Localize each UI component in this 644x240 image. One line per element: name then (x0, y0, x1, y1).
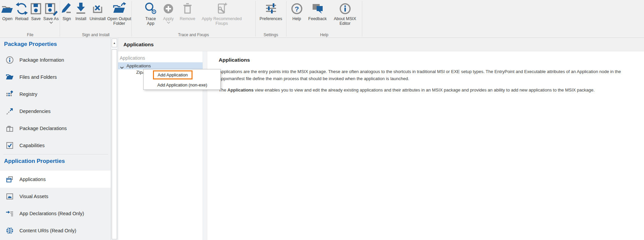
sidebar-navigation: Package Properties Package Information F… (0, 38, 111, 240)
menu-item-add-application[interactable]: Add Application (153, 70, 193, 79)
ribbon-group-label-file: File (1, 33, 60, 37)
apply-dropdown-chevron-icon[interactable] (167, 21, 170, 24)
page-title: Applications (123, 42, 154, 47)
folder-icon (6, 73, 14, 81)
registry-blocks-icon (6, 90, 14, 98)
arrow-list-icon (6, 209, 14, 218)
description-panel: Applications Applications are the entry … (207, 51, 644, 240)
about-msix-editor-button[interactable]: About MSIX Editor (331, 2, 359, 26)
sidebar-item-package-information[interactable]: Package Information (0, 51, 111, 68)
trace-app-button[interactable]: Trace App (143, 2, 159, 26)
ribbon-group-label-trace-and-fixups: Trace and Fixups (132, 33, 255, 37)
remove-button[interactable]: Remove (178, 2, 197, 26)
scroll-up-arrow-icon: ▲ (113, 42, 116, 45)
scroll-up-button[interactable]: ▲ (112, 39, 117, 47)
feedback-bubble-icon (311, 2, 325, 16)
globe-icon (6, 227, 14, 235)
install-arrow-icon (74, 2, 88, 16)
sidebar-heading-package-properties: Package Properties (4, 41, 57, 48)
msix-editor-window: Open Reload Save (0, 0, 644, 240)
ribbon-group-label-sign-and-install: Sign and Install (60, 33, 131, 37)
uninstall-icon (91, 2, 105, 16)
app-windows-icon (6, 175, 14, 183)
feedback-button[interactable]: Feedback (307, 2, 328, 26)
package-box-icon (6, 124, 14, 132)
ribbon-toolbar: Open Reload Save (0, 0, 644, 38)
fixups-document-icon (215, 2, 229, 16)
sidebar-heading-application-properties: Application Properties (4, 158, 65, 165)
save-icon (29, 2, 43, 16)
description-paragraph-1: Applications are the entry points into t… (219, 68, 632, 82)
info-circle-icon (6, 56, 14, 64)
scrollbar-thumb[interactable] (112, 49, 117, 239)
open-folder-icon (0, 2, 14, 16)
svg-text:?: ? (294, 5, 299, 13)
ribbon-group-file: Open Reload Save (1, 0, 60, 38)
apply-recommended-fixups-button[interactable]: Apply Recommended Fixups (199, 2, 245, 26)
preferences-sliders-icon (264, 2, 278, 16)
description-heading: Applications (219, 57, 644, 63)
dependencies-arrow-icon (6, 107, 14, 115)
sign-button[interactable]: Sign (60, 2, 73, 26)
sidebar-item-capabilities[interactable]: Capabilities (0, 137, 111, 154)
menu-item-add-application-non-exe[interactable]: Add Application (non-exe) (157, 82, 207, 87)
sidebar-item-content-uris[interactable]: Content URIs (Read Only) (0, 222, 111, 239)
tree-node-applications[interactable]: Applications (118, 62, 203, 69)
ribbon-group-settings: Preferences Settings (256, 0, 286, 38)
open-output-folder-button[interactable]: Open Output Folder (107, 2, 131, 26)
help-question-icon: ? (290, 2, 304, 16)
preferences-button[interactable]: Preferences (257, 2, 285, 21)
open-button[interactable]: Open (1, 2, 14, 24)
apply-button[interactable]: Apply (161, 2, 176, 26)
reload-icon (15, 2, 29, 16)
sign-pencil-icon (60, 2, 74, 16)
ribbon-group-trace-and-fixups: Trace App Apply Remove (132, 0, 255, 38)
about-info-icon (338, 2, 352, 16)
sidebar-item-applications[interactable]: Applications (0, 171, 111, 188)
description-paragraph-2: The Applications view enables you to vie… (219, 86, 632, 94)
tree-panel-label: Applications (120, 55, 145, 61)
ribbon-group-help: ? Help Feedback About MSIX Editor (286, 0, 362, 38)
chevron-down-icon[interactable] (120, 64, 124, 67)
bold-applications-word: Applications (227, 87, 254, 93)
checkbox-icon (6, 141, 14, 149)
trace-app-magnifier-icon (144, 2, 158, 16)
uninstall-button[interactable]: Uninstall (88, 2, 107, 26)
sidebar-item-registry[interactable]: Registry (0, 85, 111, 103)
sidebar-item-dependencies[interactable]: Dependencies (0, 103, 111, 120)
open-output-folder-icon (112, 2, 126, 16)
save-as-button[interactable]: Save As (42, 2, 60, 24)
ribbon-group-sign-and-install: Sign Install Uninstall (60, 0, 131, 38)
ribbon-separator (362, 1, 362, 37)
sidebar-item-app-declarations[interactable]: App Declarations (Read Only) (0, 205, 111, 222)
ribbon-group-label-help: Help (286, 33, 362, 37)
apply-plus-icon (161, 2, 175, 16)
content-header: Applications (118, 38, 644, 51)
save-as-dropdown-chevron-icon[interactable] (49, 21, 53, 24)
save-as-icon (44, 2, 58, 16)
sidebar-item-package-declarations[interactable]: Package Declarations (0, 120, 111, 137)
remove-trash-icon (180, 2, 195, 16)
save-button[interactable]: Save (30, 2, 42, 24)
install-button[interactable]: Install (73, 2, 88, 26)
sidebar-item-visual-assets[interactable]: Visual Assets (0, 188, 111, 205)
help-button[interactable]: ? Help (289, 2, 304, 26)
ribbon-group-label-settings: Settings (256, 33, 286, 37)
sidebar-item-files-and-folders[interactable]: Files and Folders (0, 68, 111, 85)
sidebar-divider (3, 154, 108, 155)
image-icon (6, 192, 14, 200)
sidebar-scrollbar[interactable]: ▲ (111, 38, 118, 240)
context-menu: Add Application Add Application (non-exe… (143, 69, 221, 90)
reload-button[interactable]: Reload (14, 2, 30, 24)
